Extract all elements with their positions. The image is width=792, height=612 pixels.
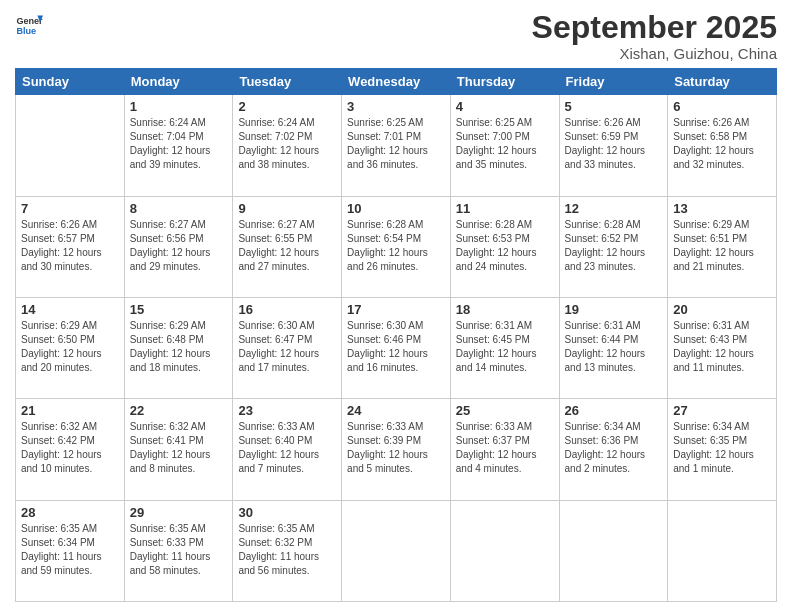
day-info: Sunrise: 6:28 AMSunset: 6:54 PMDaylight:… xyxy=(347,218,445,274)
week-row-5: 28Sunrise: 6:35 AMSunset: 6:34 PMDayligh… xyxy=(16,500,777,601)
day-info: Sunrise: 6:24 AMSunset: 7:02 PMDaylight:… xyxy=(238,116,336,172)
day-number: 16 xyxy=(238,302,336,317)
calendar-cell: 9Sunrise: 6:27 AMSunset: 6:55 PMDaylight… xyxy=(233,196,342,297)
calendar-cell xyxy=(342,500,451,601)
day-info: Sunrise: 6:32 AMSunset: 6:42 PMDaylight:… xyxy=(21,420,119,476)
calendar-cell: 17Sunrise: 6:30 AMSunset: 6:46 PMDayligh… xyxy=(342,297,451,398)
calendar-cell: 13Sunrise: 6:29 AMSunset: 6:51 PMDayligh… xyxy=(668,196,777,297)
calendar-cell: 18Sunrise: 6:31 AMSunset: 6:45 PMDayligh… xyxy=(450,297,559,398)
calendar-cell: 26Sunrise: 6:34 AMSunset: 6:36 PMDayligh… xyxy=(559,399,668,500)
day-info: Sunrise: 6:33 AMSunset: 6:40 PMDaylight:… xyxy=(238,420,336,476)
day-info: Sunrise: 6:25 AMSunset: 7:00 PMDaylight:… xyxy=(456,116,554,172)
calendar-cell: 25Sunrise: 6:33 AMSunset: 6:37 PMDayligh… xyxy=(450,399,559,500)
calendar-cell: 14Sunrise: 6:29 AMSunset: 6:50 PMDayligh… xyxy=(16,297,125,398)
day-info: Sunrise: 6:35 AMSunset: 6:34 PMDaylight:… xyxy=(21,522,119,578)
week-row-1: 1Sunrise: 6:24 AMSunset: 7:04 PMDaylight… xyxy=(16,95,777,196)
calendar-cell: 24Sunrise: 6:33 AMSunset: 6:39 PMDayligh… xyxy=(342,399,451,500)
calendar-cell: 12Sunrise: 6:28 AMSunset: 6:52 PMDayligh… xyxy=(559,196,668,297)
calendar-cell: 15Sunrise: 6:29 AMSunset: 6:48 PMDayligh… xyxy=(124,297,233,398)
day-info: Sunrise: 6:27 AMSunset: 6:55 PMDaylight:… xyxy=(238,218,336,274)
day-number: 3 xyxy=(347,99,445,114)
calendar-cell: 29Sunrise: 6:35 AMSunset: 6:33 PMDayligh… xyxy=(124,500,233,601)
svg-text:Blue: Blue xyxy=(16,26,36,36)
day-info: Sunrise: 6:30 AMSunset: 6:46 PMDaylight:… xyxy=(347,319,445,375)
month-title: September 2025 xyxy=(532,10,777,45)
day-number: 8 xyxy=(130,201,228,216)
day-number: 9 xyxy=(238,201,336,216)
week-row-2: 7Sunrise: 6:26 AMSunset: 6:57 PMDaylight… xyxy=(16,196,777,297)
day-number: 28 xyxy=(21,505,119,520)
logo-icon: General Blue xyxy=(15,10,43,38)
day-info: Sunrise: 6:27 AMSunset: 6:56 PMDaylight:… xyxy=(130,218,228,274)
day-number: 26 xyxy=(565,403,663,418)
day-number: 12 xyxy=(565,201,663,216)
day-number: 30 xyxy=(238,505,336,520)
day-info: Sunrise: 6:34 AMSunset: 6:35 PMDaylight:… xyxy=(673,420,771,476)
calendar-cell: 6Sunrise: 6:26 AMSunset: 6:58 PMDaylight… xyxy=(668,95,777,196)
weekday-saturday: Saturday xyxy=(668,69,777,95)
calendar-cell: 23Sunrise: 6:33 AMSunset: 6:40 PMDayligh… xyxy=(233,399,342,500)
day-number: 27 xyxy=(673,403,771,418)
calendar: Sunday Monday Tuesday Wednesday Thursday… xyxy=(15,68,777,602)
weekday-header-row: Sunday Monday Tuesday Wednesday Thursday… xyxy=(16,69,777,95)
day-info: Sunrise: 6:28 AMSunset: 6:53 PMDaylight:… xyxy=(456,218,554,274)
location: Xishan, Guizhou, China xyxy=(532,45,777,62)
day-number: 20 xyxy=(673,302,771,317)
day-info: Sunrise: 6:29 AMSunset: 6:48 PMDaylight:… xyxy=(130,319,228,375)
calendar-cell xyxy=(559,500,668,601)
weekday-thursday: Thursday xyxy=(450,69,559,95)
day-number: 7 xyxy=(21,201,119,216)
calendar-cell: 30Sunrise: 6:35 AMSunset: 6:32 PMDayligh… xyxy=(233,500,342,601)
day-number: 13 xyxy=(673,201,771,216)
calendar-cell: 11Sunrise: 6:28 AMSunset: 6:53 PMDayligh… xyxy=(450,196,559,297)
day-info: Sunrise: 6:32 AMSunset: 6:41 PMDaylight:… xyxy=(130,420,228,476)
calendar-cell: 3Sunrise: 6:25 AMSunset: 7:01 PMDaylight… xyxy=(342,95,451,196)
day-info: Sunrise: 6:30 AMSunset: 6:47 PMDaylight:… xyxy=(238,319,336,375)
day-info: Sunrise: 6:26 AMSunset: 6:57 PMDaylight:… xyxy=(21,218,119,274)
calendar-cell: 22Sunrise: 6:32 AMSunset: 6:41 PMDayligh… xyxy=(124,399,233,500)
week-row-4: 21Sunrise: 6:32 AMSunset: 6:42 PMDayligh… xyxy=(16,399,777,500)
day-number: 19 xyxy=(565,302,663,317)
calendar-cell: 5Sunrise: 6:26 AMSunset: 6:59 PMDaylight… xyxy=(559,95,668,196)
calendar-cell: 19Sunrise: 6:31 AMSunset: 6:44 PMDayligh… xyxy=(559,297,668,398)
day-info: Sunrise: 6:29 AMSunset: 6:51 PMDaylight:… xyxy=(673,218,771,274)
day-info: Sunrise: 6:31 AMSunset: 6:45 PMDaylight:… xyxy=(456,319,554,375)
day-info: Sunrise: 6:33 AMSunset: 6:37 PMDaylight:… xyxy=(456,420,554,476)
day-info: Sunrise: 6:24 AMSunset: 7:04 PMDaylight:… xyxy=(130,116,228,172)
calendar-cell: 1Sunrise: 6:24 AMSunset: 7:04 PMDaylight… xyxy=(124,95,233,196)
weekday-friday: Friday xyxy=(559,69,668,95)
calendar-cell: 2Sunrise: 6:24 AMSunset: 7:02 PMDaylight… xyxy=(233,95,342,196)
day-number: 21 xyxy=(21,403,119,418)
day-number: 18 xyxy=(456,302,554,317)
calendar-cell: 7Sunrise: 6:26 AMSunset: 6:57 PMDaylight… xyxy=(16,196,125,297)
weekday-wednesday: Wednesday xyxy=(342,69,451,95)
calendar-cell: 8Sunrise: 6:27 AMSunset: 6:56 PMDaylight… xyxy=(124,196,233,297)
day-info: Sunrise: 6:33 AMSunset: 6:39 PMDaylight:… xyxy=(347,420,445,476)
day-number: 23 xyxy=(238,403,336,418)
header: General Blue September 2025 Xishan, Guiz… xyxy=(15,10,777,62)
day-number: 10 xyxy=(347,201,445,216)
day-info: Sunrise: 6:34 AMSunset: 6:36 PMDaylight:… xyxy=(565,420,663,476)
page: General Blue September 2025 Xishan, Guiz… xyxy=(0,0,792,612)
day-info: Sunrise: 6:31 AMSunset: 6:43 PMDaylight:… xyxy=(673,319,771,375)
day-number: 11 xyxy=(456,201,554,216)
weekday-tuesday: Tuesday xyxy=(233,69,342,95)
day-number: 1 xyxy=(130,99,228,114)
calendar-cell xyxy=(450,500,559,601)
day-number: 4 xyxy=(456,99,554,114)
calendar-cell: 20Sunrise: 6:31 AMSunset: 6:43 PMDayligh… xyxy=(668,297,777,398)
day-number: 29 xyxy=(130,505,228,520)
day-info: Sunrise: 6:35 AMSunset: 6:33 PMDaylight:… xyxy=(130,522,228,578)
calendar-cell: 21Sunrise: 6:32 AMSunset: 6:42 PMDayligh… xyxy=(16,399,125,500)
calendar-cell: 28Sunrise: 6:35 AMSunset: 6:34 PMDayligh… xyxy=(16,500,125,601)
day-number: 6 xyxy=(673,99,771,114)
day-number: 25 xyxy=(456,403,554,418)
day-number: 24 xyxy=(347,403,445,418)
calendar-cell: 10Sunrise: 6:28 AMSunset: 6:54 PMDayligh… xyxy=(342,196,451,297)
calendar-cell: 16Sunrise: 6:30 AMSunset: 6:47 PMDayligh… xyxy=(233,297,342,398)
day-number: 15 xyxy=(130,302,228,317)
day-number: 17 xyxy=(347,302,445,317)
weekday-sunday: Sunday xyxy=(16,69,125,95)
day-info: Sunrise: 6:26 AMSunset: 6:58 PMDaylight:… xyxy=(673,116,771,172)
calendar-cell: 4Sunrise: 6:25 AMSunset: 7:00 PMDaylight… xyxy=(450,95,559,196)
